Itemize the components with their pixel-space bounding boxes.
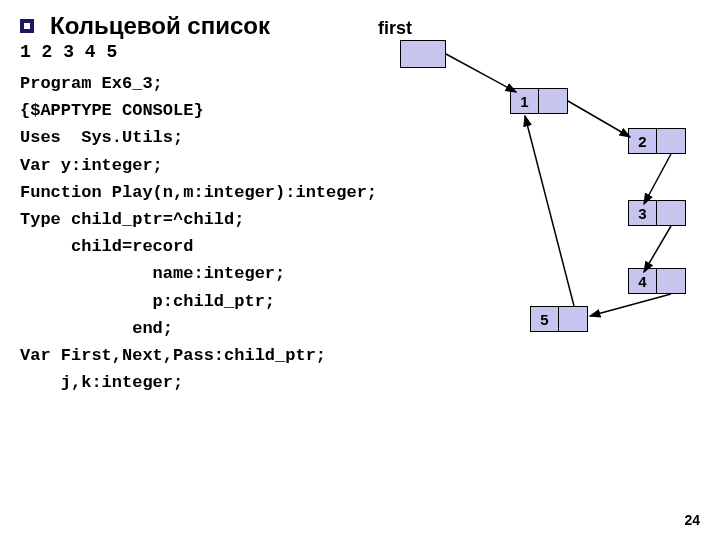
node-pointer: [657, 201, 685, 225]
node-pointer: [657, 269, 685, 293]
first-box: [400, 40, 446, 68]
node-value: 1: [511, 89, 539, 113]
node-value: 5: [531, 307, 559, 331]
page-number: 24: [684, 512, 700, 528]
list-node: 3: [628, 200, 686, 226]
slide-title: Кольцевой список: [50, 12, 270, 40]
list-node: 5: [530, 306, 588, 332]
list-node: 4: [628, 268, 686, 294]
first-label: first: [378, 18, 412, 39]
list-node: 2: [628, 128, 686, 154]
bullet-icon: [20, 19, 34, 33]
sequence-text: 1 2 3 4 5: [20, 42, 700, 62]
node-value: 2: [629, 129, 657, 153]
node-value: 3: [629, 201, 657, 225]
node-value: 4: [629, 269, 657, 293]
code-block: Program Ex6_3; {$APPTYPE CONSOLE} Uses S…: [20, 70, 700, 396]
node-pointer: [559, 307, 587, 331]
node-pointer: [539, 89, 567, 113]
node-pointer: [657, 129, 685, 153]
list-node: 1: [510, 88, 568, 114]
